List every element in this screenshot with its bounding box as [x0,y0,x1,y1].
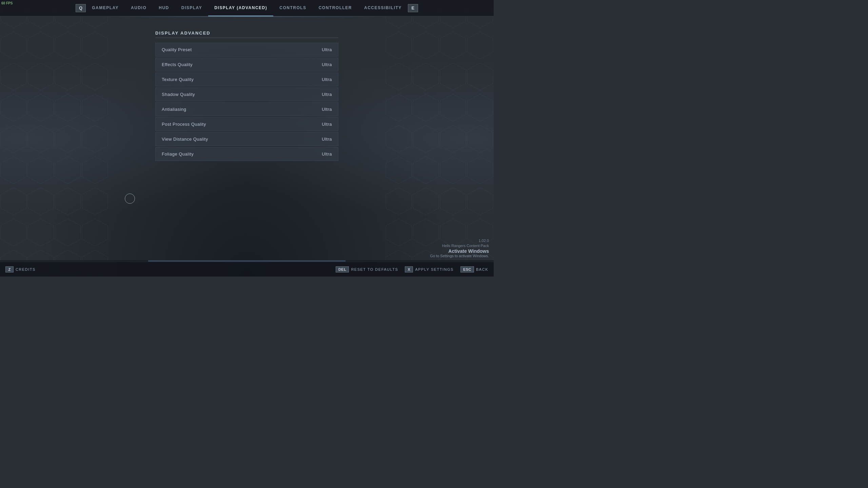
setting-antialiasing[interactable]: Antialiasing Ultra [155,102,338,116]
setting-value-quality-preset: Ultra [322,47,332,52]
setting-value-view-distance-quality: Ultra [322,137,332,142]
tab-controls[interactable]: CONTROLS [273,0,312,16]
setting-name-foliage-quality: Foliage Quality [162,151,194,157]
nav-line [0,16,494,17]
tab-display[interactable]: DISPLAY [175,0,208,16]
setting-quality-preset[interactable]: Quality Preset Ultra [155,43,338,57]
setting-name-antialiasing: Antialiasing [162,107,186,112]
settings-panel: DISPLAY ADVANCED Quality Preset Ultra Ef… [155,30,338,161]
setting-effects-quality[interactable]: Effects Quality Ultra [155,58,338,72]
setting-texture-quality[interactable]: Texture Quality Ultra [155,73,338,86]
key-label-apply: APPLY SETTINGS [415,267,454,271]
key-label-back: BACK [476,267,488,271]
tab-audio[interactable]: AUDIO [125,0,153,16]
setting-name-post-process-quality: Post Process Quality [162,122,206,127]
windows-activation: Hells Rangers Content Pack Activate Wind… [430,244,489,258]
key-badge-del: DEL [336,266,349,272]
setting-value-effects-quality: Ultra [322,62,332,67]
key-label-reset: RESET TO DEFAULTS [351,267,398,271]
key-label-credits: CREDITS [16,267,36,271]
key-action-reset[interactable]: DEL RESET TO DEFAULTS [336,266,398,272]
tab-gameplay[interactable]: GAMEPLAY [86,0,125,16]
tab-controller[interactable]: CONTROLLER [313,0,358,16]
fps-indicator: 60 FPS [1,1,13,5]
setting-foliage-quality[interactable]: Foliage Quality Ultra [155,147,338,161]
setting-value-shadow-quality: Ultra [322,92,332,97]
setting-value-texture-quality: Ultra [322,77,332,82]
setting-name-quality-preset: Quality Preset [162,47,192,52]
section-title: DISPLAY ADVANCED [155,30,338,38]
key-action-credits[interactable]: Z CREDITS [5,266,36,272]
setting-post-process-quality[interactable]: Post Process Quality Ultra [155,117,338,131]
setting-value-antialiasing: Ultra [322,107,332,112]
key-badge-z: Z [5,266,14,272]
setting-name-shadow-quality: Shadow Quality [162,92,195,97]
bottom-left-actions: Z CREDITS [5,266,36,272]
key-badge-esc: ESC [460,266,474,272]
key-action-apply[interactable]: X APPLY SETTINGS [405,266,454,272]
setting-name-view-distance-quality: View Distance Quality [162,137,208,142]
setting-value-post-process-quality: Ultra [322,122,332,127]
tab-accessibility[interactable]: ACCESSIBILITY [358,0,408,16]
activate-windows-title: Activate Windows [430,248,489,254]
settings-list: Quality Preset Ultra Effects Quality Ult… [155,43,338,161]
tab-hud[interactable]: HUD [153,0,175,16]
setting-shadow-quality[interactable]: Shadow Quality Ultra [155,87,338,101]
version-text: 1.02.0 [478,239,489,243]
main-content: DISPLAY ADVANCED Quality Preset Ultra Ef… [0,17,494,161]
tab-display-advanced[interactable]: DISPLAY (ADVANCED) [208,0,273,16]
bottom-bar: Z CREDITS DEL RESET TO DEFAULTS X APPLY … [0,262,494,277]
setting-value-foliage-quality: Ultra [322,151,332,157]
setting-view-distance-quality[interactable]: View Distance Quality Ultra [155,132,338,146]
top-nav: Q GAMEPLAY AUDIO HUD DISPLAY DISPLAY (AD… [0,0,494,16]
key-badge-x: X [405,266,413,272]
setting-name-texture-quality: Texture Quality [162,77,194,82]
nav-key-e[interactable]: E [408,4,418,12]
key-action-back[interactable]: ESC BACK [460,266,488,272]
activate-windows-subtitle: Go to Settings to activate Windows. [430,254,489,258]
setting-name-effects-quality: Effects Quality [162,62,193,67]
content-pack-label: Hells Rangers Content Pack [430,244,489,248]
bottom-right-actions: DEL RESET TO DEFAULTS X APPLY SETTINGS E… [336,266,488,272]
nav-key-q[interactable]: Q [76,4,86,12]
